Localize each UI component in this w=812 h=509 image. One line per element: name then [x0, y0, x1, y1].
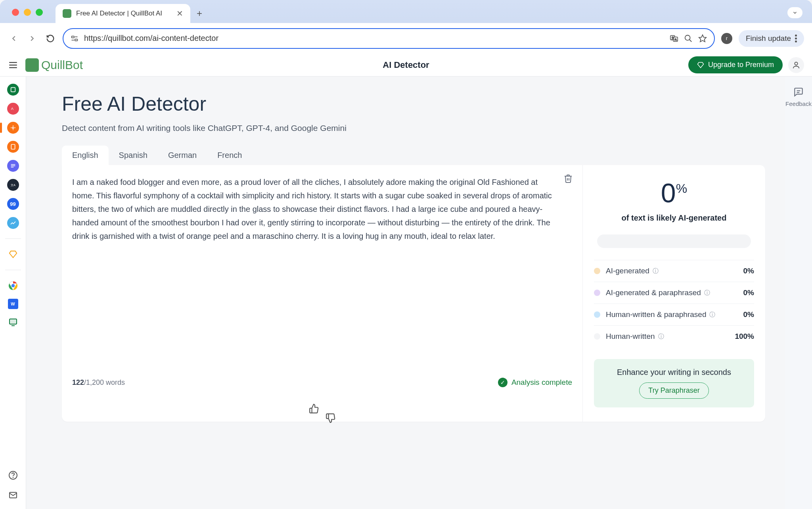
try-paraphraser-button[interactable]: Try Paraphraser — [639, 382, 709, 399]
close-window-button[interactable] — [12, 9, 19, 16]
svg-point-8 — [685, 35, 690, 40]
logo[interactable]: QuillBot — [25, 58, 83, 72]
legend-row-human: Human-writtenⓘ 100% — [594, 325, 754, 347]
word-current: 122 — [72, 378, 84, 386]
finish-update-label: Finish update — [746, 34, 791, 43]
profile-initial: r — [726, 35, 728, 41]
maximize-window-button[interactable] — [36, 9, 43, 16]
sidebar-item-summarizer[interactable] — [7, 160, 19, 172]
minimize-window-button[interactable] — [24, 9, 31, 16]
toolbar: https://quillbot.com/ai-content-detector… — [0, 23, 812, 54]
clear-button[interactable] — [563, 174, 573, 183]
diamond-icon — [697, 61, 704, 69]
sidebar-item-premium[interactable] — [7, 248, 19, 260]
more-icon — [795, 35, 797, 42]
thumbs-down-button[interactable] — [326, 403, 336, 414]
svg-rect-0 — [72, 36, 75, 38]
favicon-icon — [63, 9, 71, 18]
status-label: Analysis complete — [511, 378, 572, 387]
legend-dot-icon — [594, 268, 600, 274]
sidebar-item-macos[interactable] — [7, 316, 19, 328]
tabs-dropdown-button[interactable] — [787, 7, 802, 18]
sidebar-item-help[interactable] — [7, 469, 19, 481]
info-icon[interactable]: ⓘ — [709, 311, 715, 319]
back-button[interactable] — [8, 33, 20, 44]
account-button[interactable] — [788, 57, 804, 73]
sidebar-item-plagiarism[interactable] — [7, 141, 19, 153]
legend-row-ai-para: AI-generated & paraphrasedⓘ 0% — [594, 282, 754, 303]
feedback-label: Feedback — [785, 100, 812, 107]
tab-french[interactable]: French — [207, 146, 252, 165]
legend-dot-icon — [594, 311, 600, 318]
browser-profile-button[interactable]: r — [721, 33, 732, 44]
tab-german[interactable]: German — [158, 146, 207, 165]
url-actions: 文A — [670, 34, 707, 43]
legend-value: 0% — [743, 288, 754, 297]
bookmark-icon[interactable] — [698, 34, 707, 43]
active-indicator — [0, 123, 2, 133]
svg-point-20 — [12, 127, 14, 129]
tab-strip: Free AI Detector | QuillBot AI ✕ + — [56, 4, 202, 23]
right-rail: Feedback — [785, 77, 812, 509]
translate-icon[interactable]: 文A — [670, 34, 678, 43]
reload-button[interactable] — [44, 33, 56, 44]
content: Free AI Detector Detect content from AI … — [26, 77, 785, 509]
new-tab-button[interactable]: + — [197, 8, 202, 19]
sidebar-item-grammar[interactable]: A — [7, 103, 19, 115]
score-percent: % — [676, 181, 687, 196]
legend-label: Human-writtenⓘ — [606, 332, 664, 341]
legend-value: 0% — [743, 310, 754, 319]
sidebar-item-chrome[interactable] — [7, 280, 19, 292]
close-tab-icon[interactable]: ✕ — [176, 9, 183, 18]
feedback-thumbs — [309, 403, 336, 414]
sidebar-item-flow[interactable] — [7, 217, 19, 229]
sidebar-item-translator[interactable]: 文A — [7, 179, 19, 191]
score-caption: of text is likely AI-generated — [594, 213, 754, 223]
sidebar-item-paraphraser[interactable] — [7, 84, 19, 96]
enhance-box: Enhance your writing in seconds Try Para… — [594, 359, 754, 407]
legend-label: Human-written & paraphrasedⓘ — [606, 310, 715, 319]
forward-button[interactable] — [26, 33, 38, 44]
legend-row-ai: AI-generatedⓘ 0% — [594, 260, 754, 282]
results-panel: 0% of text is likely AI-generated AI-gen… — [583, 165, 765, 422]
sidebar-item-word[interactable]: W — [8, 299, 18, 309]
svg-point-17 — [795, 62, 797, 65]
legend-label: AI-generatedⓘ — [606, 267, 659, 275]
info-icon[interactable]: ⓘ — [704, 289, 710, 297]
zoom-icon[interactable] — [684, 34, 693, 43]
svg-point-13 — [795, 40, 797, 42]
info-icon[interactable]: ⓘ — [658, 333, 664, 340]
menu-button[interactable] — [8, 60, 18, 70]
logo-text: QuillBot — [41, 58, 83, 72]
svg-point-11 — [795, 35, 797, 36]
sidebar-item-contact[interactable] — [7, 489, 19, 501]
legend-value: 0% — [743, 267, 754, 275]
svg-text:文A: 文A — [11, 183, 15, 187]
tab-spanish[interactable]: Spanish — [109, 146, 158, 165]
word-count: 122/1,200 words — [72, 378, 125, 387]
svg-point-27 — [11, 284, 15, 288]
sidebar-item-citation[interactable]: 99 — [7, 198, 19, 210]
upgrade-button[interactable]: Upgrade to Premium — [688, 56, 783, 73]
detector-panel: I am a naked food blogger and even more,… — [62, 165, 765, 422]
svg-point-31 — [13, 477, 13, 478]
info-icon[interactable]: ⓘ — [653, 267, 659, 275]
feedback-button[interactable]: Feedback — [785, 87, 812, 107]
legend-row-human-para: Human-written & paraphrasedⓘ 0% — [594, 303, 754, 325]
svg-text:A: A — [11, 107, 13, 111]
word-max: 1,200 words — [86, 378, 125, 386]
text-input[interactable]: I am a naked food blogger and even more,… — [72, 175, 572, 243]
finish-update-button[interactable]: Finish update — [739, 30, 804, 47]
analysis-status: ✓ Analysis complete — [498, 378, 572, 387]
tab-english[interactable]: English — [62, 146, 109, 165]
address-bar[interactable]: https://quillbot.com/ai-content-detector… — [63, 28, 715, 49]
sidebar-item-ai-detector[interactable] — [7, 122, 19, 134]
legend: AI-generatedⓘ 0% AI-generated & paraphra… — [594, 260, 754, 347]
logo-icon — [25, 58, 39, 72]
thumbs-up-button[interactable] — [309, 403, 319, 414]
browser-chrome: Free AI Detector | QuillBot AI ✕ + https… — [0, 0, 812, 54]
site-settings-icon[interactable] — [71, 35, 79, 42]
browser-tab[interactable]: Free AI Detector | QuillBot AI ✕ — [56, 4, 190, 23]
page-subtitle: Detect content from AI writing tools lik… — [62, 123, 765, 133]
url-text: https://quillbot.com/ai-content-detector — [84, 34, 664, 43]
